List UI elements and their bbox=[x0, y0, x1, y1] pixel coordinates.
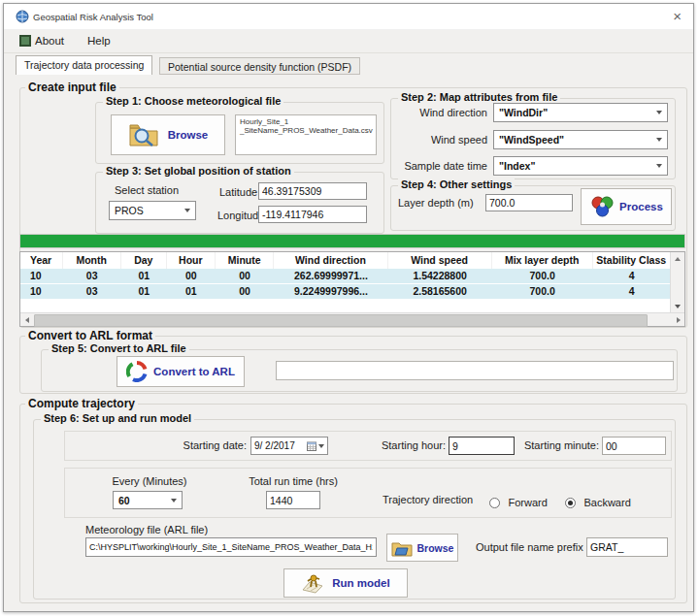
starting-minute-field[interactable] bbox=[602, 437, 666, 455]
step1-title: Step 1: Choose meteorological file bbox=[103, 95, 283, 107]
starting-date-value: 9/ 2/2017 bbox=[254, 440, 307, 451]
weather-data-table: YearMonthDayHourMinuteWind directionWind… bbox=[19, 251, 685, 327]
wind-speed-select[interactable]: "WindSpeed" bbox=[493, 130, 668, 149]
title-bar: Geospatial Risk Analysis Tool × bbox=[4, 4, 693, 30]
table-progress-bar bbox=[19, 234, 685, 248]
compute-trajectory-title: Compute trajectory bbox=[25, 397, 138, 410]
close-icon[interactable]: × bbox=[673, 8, 682, 24]
convert-to-arl-button[interactable]: Convert to ARL bbox=[116, 356, 245, 387]
column-header[interactable]: Month bbox=[63, 252, 121, 269]
scroll-right-button[interactable] bbox=[672, 313, 684, 326]
layer-depth-label: Layer depth (m) bbox=[398, 197, 474, 209]
chevron-down-icon bbox=[184, 209, 190, 212]
latitude-label: Latitude bbox=[219, 186, 257, 198]
layer-depth-field[interactable] bbox=[485, 194, 573, 211]
scroll-up-button[interactable] bbox=[671, 252, 684, 265]
total-run-time-label: Total run time (hrs) bbox=[243, 475, 344, 487]
convert-cycle-icon bbox=[126, 361, 148, 382]
wind-direction-label: Wind direction bbox=[390, 107, 487, 118]
scroll-down-button[interactable] bbox=[671, 300, 684, 312]
table-cell: 1.54228800 bbox=[388, 269, 492, 283]
tab-trajectory-data-processing[interactable]: Trajectory data processing bbox=[16, 55, 152, 75]
chevron-down-icon bbox=[656, 138, 662, 142]
menu-help[interactable]: Help bbox=[87, 35, 111, 47]
browse-arl-button[interactable]: Browse bbox=[386, 534, 458, 562]
table-cell: 00 bbox=[167, 269, 216, 283]
arrow-right-icon bbox=[677, 317, 681, 323]
table-cell: 700.0 bbox=[492, 269, 593, 283]
step6-title: Step 6: Set up and run model bbox=[41, 412, 194, 424]
run-model-button[interactable]: Run model bbox=[283, 568, 408, 598]
column-header[interactable]: Stability Class bbox=[593, 252, 671, 269]
starting-date-label: Starting date: bbox=[150, 439, 247, 451]
run-model-label: Run model bbox=[332, 577, 389, 589]
table-vertical-scrollbar[interactable] bbox=[670, 252, 684, 312]
browse-met-file-label: Browse bbox=[168, 129, 209, 141]
every-minutes-value: 60 bbox=[118, 495, 171, 506]
desktop-canvas: Geospatial Risk Analysis Tool × About He… bbox=[0, 0, 699, 616]
arrow-up-icon bbox=[675, 257, 681, 261]
select-station-label: Select station bbox=[115, 184, 179, 196]
tab-psdf[interactable]: Potential source density function (PSDF) bbox=[159, 57, 360, 75]
step4-title: Step 4: Other settings bbox=[398, 178, 515, 190]
step2-title: Step 2: Map attributes from file bbox=[398, 91, 560, 103]
table-cell: 00 bbox=[216, 284, 274, 299]
latitude-field[interactable] bbox=[258, 182, 367, 200]
every-minutes-select[interactable]: 60 bbox=[113, 491, 183, 509]
station-select[interactable]: PROS bbox=[109, 201, 196, 220]
column-header[interactable]: Hour bbox=[167, 252, 216, 269]
create-input-file-title: Create input file bbox=[25, 81, 119, 94]
step3-title: Step 3: Set global position of station bbox=[103, 165, 294, 177]
output-prefix-label: Output file name prefix bbox=[476, 541, 583, 553]
column-header[interactable]: Day bbox=[121, 252, 167, 269]
met-file-line2: _SiteName_PROS_Weather_Data.csv bbox=[240, 126, 372, 135]
window-title: Geospatial Risk Analysis Tool bbox=[33, 12, 153, 22]
output-prefix-field[interactable] bbox=[586, 537, 668, 557]
folder-open-icon bbox=[391, 539, 413, 557]
starting-hour-field[interactable] bbox=[449, 437, 515, 455]
app-window: Geospatial Risk Analysis Tool × About He… bbox=[3, 3, 694, 612]
forward-radio[interactable]: Forward bbox=[489, 493, 548, 510]
longitude-field[interactable] bbox=[258, 206, 367, 223]
column-header[interactable]: Mix layer depth bbox=[492, 252, 593, 269]
browse-arl-label: Browse bbox=[417, 542, 454, 554]
process-gears-icon bbox=[589, 194, 615, 219]
table-row[interactable]: 10030101009.2249997996...2.58165600700.0… bbox=[20, 284, 671, 300]
table-cell: 262.69999971... bbox=[274, 269, 387, 283]
table-horizontal-scrollbar[interactable] bbox=[20, 312, 684, 326]
table-cell: 9.2249997996... bbox=[274, 284, 387, 299]
table-cell: 4 bbox=[593, 284, 671, 299]
column-header[interactable]: Wind direction bbox=[274, 252, 387, 269]
convert-progress-bar bbox=[276, 361, 674, 380]
met-arl-file-label: Meteorology file (ARL file) bbox=[85, 524, 208, 535]
column-header[interactable]: Minute bbox=[216, 252, 274, 269]
run-model-icon bbox=[301, 572, 324, 594]
chevron-down-icon bbox=[171, 499, 177, 503]
met-arl-file-field[interactable] bbox=[85, 537, 377, 557]
calendar-icon bbox=[307, 441, 316, 451]
forward-radio-label: Forward bbox=[508, 497, 547, 508]
backward-radio[interactable]: Backward bbox=[565, 493, 631, 510]
starting-date-picker[interactable]: 9/ 2/2017 bbox=[250, 437, 328, 455]
chevron-down-icon bbox=[656, 164, 662, 168]
app-icon bbox=[16, 10, 29, 23]
wind-direction-select[interactable]: "WindDir" bbox=[493, 103, 668, 122]
chevron-down-icon bbox=[656, 111, 662, 114]
process-label: Process bbox=[619, 201, 663, 212]
convert-arl-title: Convert to ARL format bbox=[25, 329, 155, 342]
scroll-left-button[interactable] bbox=[20, 313, 33, 326]
horizontal-scroll-thumb[interactable] bbox=[34, 314, 648, 327]
column-header[interactable]: Year bbox=[20, 252, 63, 269]
menu-about[interactable]: About bbox=[35, 35, 64, 47]
column-header[interactable]: Wind speed bbox=[388, 252, 492, 269]
table-cell: 03 bbox=[63, 284, 121, 299]
sample-date-select[interactable]: "Index" bbox=[493, 156, 668, 176]
process-button[interactable]: Process bbox=[581, 188, 672, 225]
arrow-left-icon bbox=[25, 317, 29, 323]
sample-date-label: Sample date time bbox=[390, 160, 487, 172]
wind-direction-value: "WindDir" bbox=[499, 107, 656, 118]
table-row[interactable]: 1003010000262.69999971...1.54228800700.0… bbox=[20, 269, 671, 284]
browse-met-file-button[interactable]: Browse bbox=[111, 114, 225, 155]
backward-radio-label: Backward bbox=[583, 497, 630, 508]
total-run-time-field[interactable] bbox=[266, 491, 320, 509]
